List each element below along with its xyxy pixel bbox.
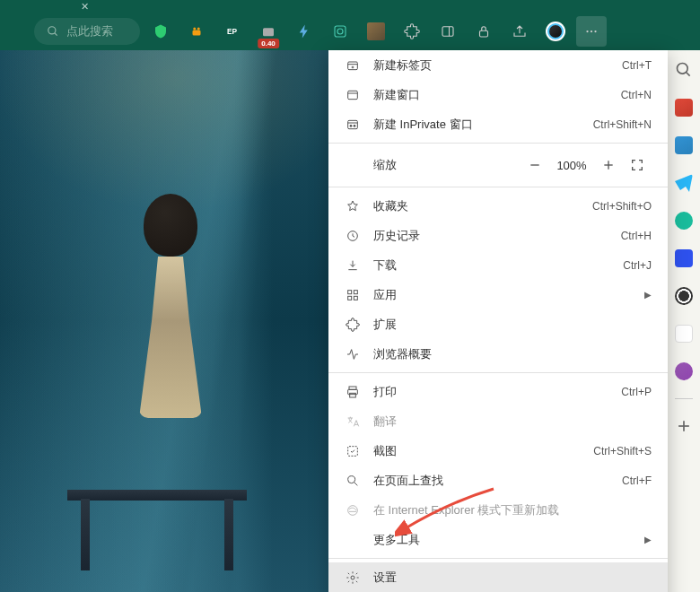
lock-icon[interactable] [468,16,499,47]
sidebar-app-5[interactable] [673,361,695,382]
menu-item-new-window-icon[interactable]: 新建窗口Ctrl+N [328,80,668,109]
find-icon [345,473,361,489]
svg-rect-31 [348,296,352,300]
menu-label: 浏览器概要 [373,346,652,362]
menu-item-history-icon[interactable]: 历史记录Ctrl+H [328,221,668,250]
menu-separator [328,558,668,559]
svg-rect-9 [442,27,453,37]
apps-icon [345,287,361,303]
zoom-out-button[interactable] [521,151,549,179]
menu-shortcut: Ctrl+T [622,59,652,72]
settings-icon [345,570,361,586]
menu-item-new-tab-icon[interactable]: 新建标签页Ctrl+T [328,50,668,80]
menu-shortcut: Ctrl+Shift+S [593,445,652,457]
zoom-label: 缩放 [373,157,521,173]
print-icon [345,384,361,400]
sidebar-separator [675,398,693,399]
shield-icon[interactable] [145,16,176,47]
menu-item-screenshot-icon[interactable]: 截图Ctrl+Shift+S [328,436,668,466]
browser-menu: 新建标签页Ctrl+T 新建窗口Ctrl+N 新建 InPrivate 窗口Ct… [328,50,668,592]
menu-item-settings-icon[interactable]: 设置 [328,562,668,592]
menu-item-favorites-icon[interactable]: 收藏夹Ctrl+Shift+O [328,191,668,221]
favorites-icon [345,198,361,214]
menu-shortcut: Ctrl+H [621,230,652,242]
svg-line-1 [55,33,57,36]
inprivate-icon [345,117,361,133]
svg-point-3 [193,28,196,30]
svg-line-38 [354,482,358,485]
downloads-icon [345,257,361,274]
tab-bar: ✕ [0,0,700,13]
menu-label: 新建 InPrivate 窗口 [373,117,593,133]
pet-icon[interactable] [181,16,212,47]
menu-label: 设置 [373,570,652,586]
menu-item-inprivate-icon[interactable]: 新建 InPrivate 窗口Ctrl+Shift+N [328,109,668,139]
menu-label: 扩展 [373,317,652,333]
sidebar-telegram-icon[interactable] [673,172,695,194]
translate-icon [345,414,361,430]
svg-point-23 [350,125,352,126]
sidebar-app-3[interactable] [673,210,695,231]
menu-item-ie-icon: 在 Internet Explorer 模式下重新加载 [328,495,668,525]
svg-point-14 [594,30,596,32]
menu-item-downloads-icon[interactable]: 下载Ctrl+J [328,250,668,280]
svg-rect-2 [193,30,201,36]
sidebar-search-icon[interactable] [673,59,695,81]
menu-shortcut: Ctrl+P [621,386,652,398]
wallet-badge: 0.40 [258,39,279,48]
sidebar-qq-icon[interactable] [673,285,695,307]
svg-point-12 [586,30,588,32]
menu-shortcut: Ctrl+Shift+N [593,118,652,131]
search-box[interactable]: 点此搜索 [34,18,140,45]
avatar-icon[interactable] [361,16,391,47]
menu-label: 打印 [373,384,621,400]
svg-point-8 [337,29,343,34]
menu-separator [328,187,668,187]
menu-item-extensions-icon[interactable]: 扩展 [328,309,668,339]
puzzle-icon[interactable] [397,16,427,47]
close-icon[interactable]: ✕ [81,1,89,13]
sidebar-toggle-icon[interactable] [433,16,463,47]
zoom-row: 缩放 100% [328,147,668,183]
blank-icon [345,532,361,548]
grid-icon[interactable] [325,16,355,47]
menu-label: 新建窗口 [373,87,621,103]
sidebar-app-1[interactable] [673,97,695,118]
menu-item-more[interactable]: 更多工具▶ [328,525,668,554]
sidebar-add-button[interactable] [673,415,695,437]
menu-label: 在页面上查找 [373,473,622,489]
sidebar-baidu-icon[interactable] [673,248,695,269]
menu-shortcut: Ctrl+J [623,259,652,272]
menu-item-performance-icon[interactable]: 浏览器概要 [328,339,668,369]
menu-label: 新建标签页 [373,57,622,74]
bolt-icon[interactable] [289,16,319,47]
svg-rect-19 [348,91,358,99]
svg-point-40 [351,576,354,579]
menu-item-print-icon[interactable]: 打印Ctrl+P [328,377,668,406]
svg-rect-21 [348,120,358,128]
fullscreen-button[interactable] [623,151,652,179]
menu-item-apps-icon[interactable]: 应用▶ [328,280,668,309]
svg-rect-35 [350,393,356,397]
menu-separator [328,143,668,144]
sidebar-app-2[interactable] [673,135,695,156]
ep-icon[interactable]: EP [217,16,248,47]
profile-icon[interactable] [540,16,571,47]
svg-line-44 [687,73,690,76]
share-icon[interactable] [504,16,535,47]
new-tab-icon [345,57,361,74]
menu-label: 截图 [373,443,593,459]
sidebar-app-4[interactable] [673,323,695,344]
svg-point-43 [678,64,688,74]
wallet-icon[interactable]: 0.40 [253,16,284,47]
menu-item-translate-icon: 翻译 [328,406,668,436]
wallpaper-bench [27,481,287,570]
chevron-right-icon: ▶ [644,535,652,544]
menu-label: 更多工具 [373,532,644,548]
ie-icon [345,502,361,518]
zoom-in-button[interactable] [594,151,623,179]
more-button[interactable] [576,16,607,47]
svg-rect-6 [263,28,274,36]
menu-label: 收藏夹 [373,198,592,214]
menu-item-find-icon[interactable]: 在页面上查找Ctrl+F [328,466,668,495]
